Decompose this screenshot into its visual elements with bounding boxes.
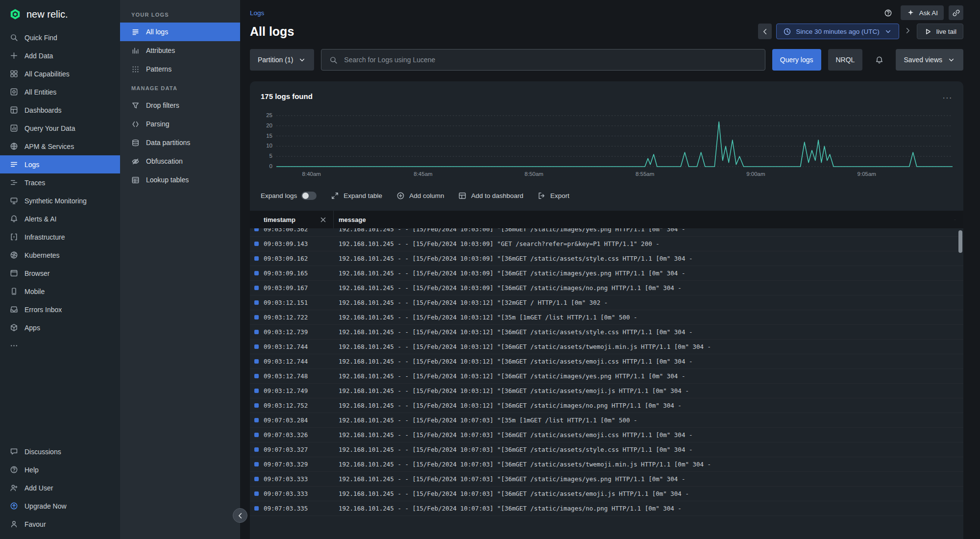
log-row[interactable]: 09:03:09.162192.168.101.245 - - [15/Feb/… [250,251,963,266]
help-icon [9,466,18,474]
log-row[interactable]: 09:03:09.167192.168.101.245 - - [15/Feb/… [250,281,963,295]
log-message: 192.168.101.245 - - [15/Feb/2024 10:03:0… [334,228,685,233]
sidebar-footer-add-user[interactable]: Add User [0,479,120,497]
alert-bell-button[interactable] [869,49,889,71]
live-tail-button[interactable]: live tail [917,24,963,39]
column-header-timestamp[interactable]: timestamp [264,216,295,223]
log-row[interactable]: 09:03:12.722192.168.101.245 - - [15/Feb/… [250,310,963,325]
query-logs-button[interactable]: Query logs [772,49,821,71]
saved-views-dropdown[interactable]: Saved views [896,49,963,71]
log-row[interactable]: 09:07:03.335192.168.101.245 - - [15/Feb/… [250,501,963,516]
log-row[interactable]: 09:03:12.748192.168.101.245 - - [15/Feb/… [250,369,963,384]
sidebar-item-mobile[interactable]: Mobile [0,282,120,300]
close-icon[interactable] [318,215,327,224]
sidebar-item-infrastructure[interactable]: Infrastructure [0,228,120,246]
log-row[interactable]: 09:07:03.326192.168.101.245 - - [15/Feb/… [250,428,963,442]
log-row[interactable]: 09:03:12.739192.168.101.245 - - [15/Feb/… [250,325,963,340]
log-row[interactable]: 09:03:12.744192.168.101.245 - - [15/Feb/… [250,340,963,354]
log-row[interactable]: 09:03:09.143192.168.101.245 - - [15/Feb/… [250,237,963,251]
sidebar-item-query-your-data[interactable]: Query Your Data [0,119,120,137]
log-row[interactable]: 09:07:03.333192.168.101.245 - - [15/Feb/… [250,472,963,487]
toggle-off-icon[interactable] [301,192,317,200]
add-column-button[interactable]: Add column [396,191,444,200]
add-column-label: Add column [409,192,444,199]
subnav-item-obfuscation[interactable]: Obfuscation [120,152,240,171]
sidebar-footer-upgrade-now[interactable]: Upgrade Now [0,497,120,515]
sidebar-footer-favour[interactable]: Favour [0,515,120,533]
sidebar-item-apm-services[interactable]: APM & Services [0,137,120,155]
help-button[interactable] [881,5,896,20]
sidebar-item-alerts-ai[interactable]: Alerts & AI [0,210,120,228]
time-range-picker[interactable]: Since 30 minutes ago (UTC) [776,24,899,39]
table-scrollbar[interactable] [958,230,962,253]
subnav-item-lookup-tables[interactable]: Lookup tables [120,171,240,189]
chart-plot[interactable] [276,113,953,168]
time-back-button[interactable] [758,24,772,39]
log-row[interactable]: 09:07:03.333192.168.101.245 - - [15/Feb/… [250,487,963,501]
sidebar-item-synthetic-monitoring[interactable]: Synthetic Monitoring [0,192,120,210]
copy-link-button[interactable] [949,5,963,20]
export-button[interactable]: Export [537,191,569,200]
nrql-button[interactable]: NRQL [828,49,863,71]
ask-ai-button[interactable]: Ask AI [901,5,944,20]
log-row[interactable]: 09:03:12.752192.168.101.245 - - [15/Feb/… [250,398,963,413]
sidebar-footer-help[interactable]: Help [0,461,120,479]
sidebar-item-logs[interactable]: Logs [0,155,120,173]
expand-table-button[interactable]: Expand table [330,191,382,200]
sidebar-item-all-entities[interactable]: All Entities [0,83,120,101]
sidebar-item-errors-inbox[interactable]: Errors Inbox [0,300,120,318]
globe-icon [9,142,18,151]
add-to-dashboard-button[interactable]: Add to dashboard [458,191,523,200]
subnav-item-attributes[interactable]: Attributes [120,41,240,60]
search-icon [329,55,338,64]
sidebar-item-all-capabilities[interactable]: All Capabilities [0,65,120,83]
log-level-icon [254,271,259,275]
subnav-item-data-partitions[interactable]: Data partitions [120,133,240,152]
lucene-search-input[interactable] [343,55,757,64]
sidebar-item-browser[interactable]: Browser [0,264,120,282]
subnav-item-patterns[interactable]: Patterns [120,60,240,78]
sidebar-item-label: Alerts & AI [24,215,56,223]
sidebar-item-label: Favour [24,520,46,528]
kubernetes-icon [9,251,18,260]
sidebar-item-traces[interactable]: Traces [0,173,120,192]
sidebar-item-add-data[interactable]: Add Data [0,47,120,65]
log-row[interactable]: 09:03:00.362192.168.101.245 - - [15/Feb/… [250,228,963,237]
logs-count: 175 logs found [261,92,313,100]
time-forward-button[interactable] [904,26,912,37]
log-timestamp: 09:03:12.748 [259,372,334,380]
log-row[interactable]: 09:07:03.327192.168.101.245 - - [15/Feb/… [250,442,963,457]
logs-histogram[interactable]: 0510152025 8:40am8:45am8:50am8:55am9:00a… [261,113,953,179]
subnav-item-parsing[interactable]: Parsing [120,115,240,133]
sidebar-item-kubernetes[interactable]: Kubernetes [0,246,120,264]
log-row[interactable]: 09:03:12.749192.168.101.245 - - [15/Feb/… [250,384,963,398]
log-level-icon [254,374,259,378]
card-more-menu[interactable]: ... [943,91,953,101]
subnav-item-drop-filters[interactable]: Drop filters [120,96,240,115]
new-relic-logo[interactable]: new relic. [0,0,120,28]
sidebar-item-quick-find[interactable]: Quick Find [0,28,120,47]
close-icon[interactable] [955,215,963,224]
log-row[interactable]: 09:07:03.284192.168.101.245 - - [15/Feb/… [250,413,963,428]
partition-label: Partition (1) [258,56,293,64]
sidebar-item-dashboards[interactable]: Dashboards [0,101,120,119]
sidebar-item-apps[interactable]: Apps [0,318,120,337]
chart-y-axis: 0510152025 [261,113,276,179]
sidebar-item-more[interactable] [0,337,120,355]
lucene-search-box[interactable] [321,49,765,71]
log-timestamp: 09:07:03.333 [259,475,334,483]
log-row[interactable]: 09:07:03.329192.168.101.245 - - [15/Feb/… [250,457,963,472]
log-row[interactable]: 09:03:12.744192.168.101.245 - - [15/Feb/… [250,354,963,369]
column-header-message[interactable]: message [339,216,366,223]
expand-logs-toggle[interactable]: Expand logs [261,192,317,200]
log-row[interactable]: 09:03:12.151192.168.101.245 - - [15/Feb/… [250,295,963,310]
sidebar-footer-discussions[interactable]: Discussions [0,442,120,461]
log-row[interactable]: 09:03:09.165192.168.101.245 - - [15/Feb/… [250,266,963,281]
subnav-item-all-logs[interactable]: All logs [120,23,240,41]
breadcrumb[interactable]: Logs [250,9,264,17]
sidebar-item-label: APM & Services [24,143,74,150]
partition-dropdown[interactable]: Partition (1) [250,49,314,71]
collapse-subnav-button[interactable] [233,508,247,523]
log-message: 192.168.101.245 - - [15/Feb/2024 10:07:0… [334,505,682,512]
log-timestamp: 09:03:12.739 [259,328,334,336]
